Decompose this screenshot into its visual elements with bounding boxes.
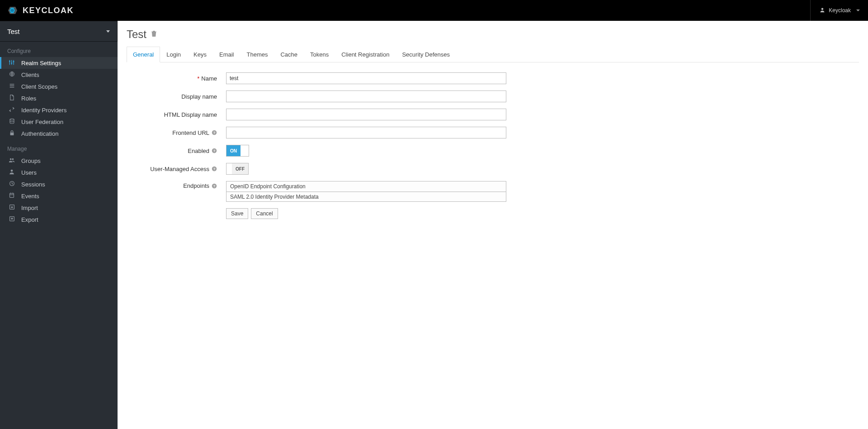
- tab-tokens[interactable]: Tokens: [304, 47, 335, 62]
- input-html-display-name[interactable]: [226, 109, 506, 120]
- keycloak-logo-icon: [5, 5, 20, 15]
- toggle-handle: [226, 163, 232, 174]
- sidebar-item-groups[interactable]: Groups: [0, 155, 118, 167]
- exchange-icon: [9, 107, 15, 114]
- form-actions: Save Cancel: [226, 208, 633, 219]
- tab-security-defenses[interactable]: Security Defenses: [396, 47, 456, 62]
- user-menu[interactable]: Keycloak: [810, 0, 860, 21]
- endpoint-saml[interactable]: SAML 2.0 Identity Provider Metadata: [226, 191, 506, 201]
- sidebar-item-user-federation[interactable]: User Federation: [0, 116, 118, 128]
- cancel-button[interactable]: Cancel: [251, 208, 278, 219]
- svg-rect-6: [14, 60, 14, 65]
- sidebar-item-events[interactable]: Events: [0, 190, 118, 202]
- sidebar-item-import[interactable]: Import: [0, 202, 118, 214]
- svg-text:?: ?: [213, 149, 215, 153]
- label-text: Name: [201, 75, 217, 82]
- label-enabled: Enabled ?: [127, 148, 226, 154]
- sidebar-item-label: Client Scopes: [21, 83, 57, 90]
- svg-rect-5: [11, 60, 12, 65]
- svg-text:?: ?: [213, 131, 215, 135]
- input-frontend-url[interactable]: [226, 127, 506, 138]
- label-text: HTML Display name: [164, 111, 217, 118]
- endpoint-openid[interactable]: OpenID Endpoint Configuration: [226, 181, 506, 191]
- globe-icon: [9, 71, 15, 78]
- calendar-icon: [9, 192, 15, 200]
- sidebar-section-manage: Manage: [0, 139, 118, 155]
- lock-icon: [9, 130, 15, 137]
- help-icon[interactable]: ?: [211, 183, 217, 189]
- sidebar-item-export[interactable]: Export: [0, 214, 118, 225]
- sidebar-item-identity-providers[interactable]: Identity Providers: [0, 104, 118, 116]
- svg-point-7: [9, 60, 10, 62]
- sidebar-item-label: Identity Providers: [21, 107, 66, 114]
- tabs: General Login Keys Email Themes Cache To…: [127, 46, 859, 62]
- endpoints-list: OpenID Endpoint Configuration SAML 2.0 I…: [226, 181, 506, 202]
- sidebar-item-label: Realm Settings: [21, 60, 61, 67]
- sidebar-item-client-scopes[interactable]: Client Scopes: [0, 81, 118, 92]
- sidebar-item-label: Sessions: [21, 181, 45, 188]
- toggle-user-managed-access[interactable]: OFF: [226, 163, 249, 175]
- label-text: Enabled: [188, 148, 209, 154]
- svg-text:?: ?: [213, 184, 215, 188]
- sidebar-item-label: Events: [21, 193, 39, 200]
- tab-keys[interactable]: Keys: [187, 47, 213, 62]
- tab-cache[interactable]: Cache: [274, 47, 304, 62]
- sidebar-item-authentication[interactable]: Authentication: [0, 128, 118, 139]
- help-icon[interactable]: ?: [211, 148, 217, 154]
- realm-form: * Name Display name HTML Display name: [127, 72, 633, 219]
- sidebar-item-sessions[interactable]: Sessions: [0, 178, 118, 190]
- svg-rect-15: [10, 133, 14, 135]
- tab-email[interactable]: Email: [213, 47, 241, 62]
- label-user-managed-access: User-Managed Access ?: [127, 166, 226, 172]
- svg-point-8: [11, 62, 12, 64]
- database-icon: [9, 118, 15, 125]
- label-endpoints: Endpoints ?: [127, 181, 226, 189]
- import-icon: [9, 204, 15, 211]
- svg-text:?: ?: [213, 167, 215, 171]
- toggle-handle: [241, 145, 249, 156]
- required-mark: *: [197, 75, 199, 82]
- file-icon: [9, 95, 15, 102]
- save-button[interactable]: Save: [226, 208, 248, 219]
- label-frontend-url: Frontend URL ?: [127, 129, 226, 136]
- tab-login[interactable]: Login: [160, 47, 187, 62]
- user-icon: [820, 7, 825, 14]
- sidebar-item-roles[interactable]: Roles: [0, 92, 118, 104]
- sidebar-item-users[interactable]: Users: [0, 167, 118, 178]
- label-name: * Name: [127, 75, 226, 82]
- tab-themes[interactable]: Themes: [240, 47, 274, 62]
- tab-general[interactable]: General: [127, 47, 160, 62]
- sidebar-item-label: Users: [21, 169, 37, 176]
- svg-point-16: [10, 158, 12, 160]
- label-text: Display name: [181, 93, 217, 100]
- svg-rect-20: [10, 193, 14, 197]
- realm-selector[interactable]: Test: [0, 21, 118, 42]
- label-html-display-name: HTML Display name: [127, 111, 226, 118]
- help-icon[interactable]: ?: [211, 166, 217, 172]
- tab-client-registration[interactable]: Client Registration: [335, 47, 396, 62]
- sidebar-item-realm-settings[interactable]: Realm Settings: [0, 57, 118, 69]
- user-label: Keycloak: [829, 7, 851, 14]
- label-text: Frontend URL: [172, 129, 209, 136]
- chevron-down-icon: [856, 10, 860, 11]
- toggle-enabled[interactable]: ON: [226, 145, 249, 157]
- svg-point-17: [12, 158, 14, 160]
- sidebar-item-clients[interactable]: Clients: [0, 69, 118, 81]
- label-display-name: Display name: [127, 93, 226, 100]
- help-icon[interactable]: ?: [211, 130, 217, 136]
- sidebar-item-label: Export: [21, 216, 38, 223]
- brand-name: KEYCLOAK: [23, 6, 74, 15]
- sidebar-item-label: Clients: [21, 72, 39, 78]
- svg-rect-11: [9, 84, 14, 84]
- toggle-on-label: ON: [226, 145, 241, 156]
- input-display-name[interactable]: [226, 91, 506, 102]
- svg-point-14: [10, 119, 14, 120]
- input-name[interactable]: [226, 72, 506, 84]
- page-title-text: Test: [127, 28, 146, 41]
- trash-icon[interactable]: [151, 30, 157, 38]
- svg-point-9: [13, 61, 14, 62]
- toggle-off-label: OFF: [232, 163, 248, 174]
- brand-logo[interactable]: KEYCLOAK: [5, 5, 74, 15]
- list-icon: [9, 83, 15, 90]
- export-icon: [9, 216, 15, 223]
